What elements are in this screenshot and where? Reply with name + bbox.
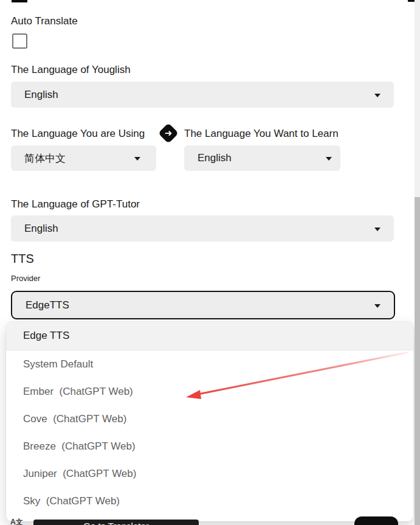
partial-top-element <box>12 0 27 2</box>
menu-item-label: System Default <box>23 358 93 370</box>
tts-provider-label: Provider <box>11 274 40 283</box>
menu-item-label: Edge TTS <box>23 330 69 342</box>
menu-item-label: Cove (ChatGPT Web) <box>23 413 126 425</box>
scrollbar-thumb[interactable] <box>415 197 420 525</box>
using-language-label: The Language You are Using <box>11 127 145 141</box>
menu-item-ember[interactable]: Ember (ChatGPT Web) <box>6 378 413 405</box>
learn-language-value: English <box>198 152 232 164</box>
menu-item-edge-tts[interactable]: Edge TTS <box>6 322 413 350</box>
settings-page: Auto Translate The Language of Youglish … <box>0 0 420 525</box>
chevron-down-icon <box>374 228 380 231</box>
gpt-tutor-language-select[interactable]: English <box>11 215 394 242</box>
partial-top-right-element <box>408 0 415 2</box>
chevron-down-icon <box>134 157 140 161</box>
youglish-language-select[interactable]: English <box>11 82 394 108</box>
tts-provider-select[interactable]: EdgeTTS <box>11 291 395 319</box>
tts-provider-value: EdgeTTS <box>26 299 69 311</box>
scrollbar-track[interactable] <box>415 0 420 525</box>
youglish-language-value: English <box>24 89 58 101</box>
gpt-tutor-language-value: English <box>24 223 58 235</box>
auto-translate-checkbox[interactable] <box>12 33 27 49</box>
chevron-down-icon <box>374 304 380 308</box>
learn-language-label: The Language You Want to Learn <box>184 127 339 141</box>
gpt-tutor-language-label: The Language of GPT-Tutor <box>11 198 140 211</box>
menu-item-juniper[interactable]: Juniper (ChatGPT Web) <box>6 460 413 487</box>
tts-section-heading: TTS <box>11 252 34 266</box>
menu-item-system-default[interactable]: System Default <box>6 350 413 378</box>
using-language-value: 简体中文 <box>24 151 66 165</box>
menu-item-sky[interactable]: Sky (ChatGPT Web) <box>6 487 413 515</box>
tts-provider-menu: Edge TTS System Default Ember (ChatGPT W… <box>6 322 413 521</box>
translate-icon: A文 <box>10 517 23 525</box>
go-to-translator-button[interactable]: Go to Translator <box>33 520 199 525</box>
arrow-right-icon: ➜ <box>161 126 176 141</box>
chevron-down-icon <box>326 157 332 161</box>
learn-language-select[interactable]: English <box>184 145 340 171</box>
youglish-language-label: The Language of Youglish <box>11 63 131 77</box>
bottom-action-button[interactable] <box>354 516 398 525</box>
chevron-down-icon <box>374 94 380 97</box>
swap-languages-icon: ➜ <box>158 123 179 144</box>
menu-item-breeze[interactable]: Breeze (ChatGPT Web) <box>6 433 413 460</box>
menu-item-label: Breeze (ChatGPT Web) <box>23 440 136 453</box>
menu-item-label: Sky (ChatGPT Web) <box>23 495 120 507</box>
menu-item-label: Juniper (ChatGPT Web) <box>23 468 136 480</box>
menu-item-label: Ember (ChatGPT Web) <box>23 386 133 398</box>
using-language-select[interactable]: 简体中文 <box>11 145 156 171</box>
auto-translate-label: Auto Translate <box>11 15 78 28</box>
menu-item-cove[interactable]: Cove (ChatGPT Web) <box>6 405 413 433</box>
